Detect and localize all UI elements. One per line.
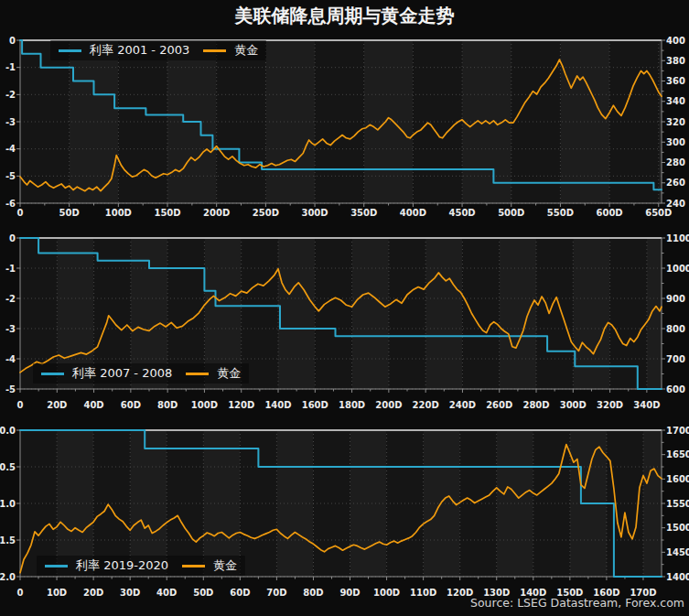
y-right-label: 380: [666, 56, 685, 66]
source-credit: Source: LSEG Datastream, Forex.com: [470, 596, 684, 610]
x-tick-label: 100D: [191, 400, 218, 410]
rate-line-swatch: [45, 565, 68, 567]
plot-band: [536, 238, 573, 389]
y-left-label: 0.0: [0, 426, 16, 436]
y-left-label: -1: [5, 264, 16, 274]
y-right-label: 900: [666, 294, 685, 304]
y-right-label: 280: [666, 157, 685, 168]
x-tick-label: 0: [17, 588, 24, 598]
x-tick-label: 100D: [373, 588, 400, 598]
y-right-label: 1000: [666, 264, 689, 274]
x-tick-label: 10D: [47, 588, 67, 598]
gold-line-swatch: [182, 565, 205, 567]
y-right-label: 400: [666, 36, 685, 46]
rate-line-swatch: [59, 49, 81, 52]
x-tick-label: 60D: [121, 400, 141, 410]
y-left-label: -4: [5, 144, 16, 154]
y-left-label: -5: [5, 384, 16, 394]
y-right-label: 1650: [666, 449, 689, 459]
legend-label: 黄金: [213, 557, 237, 574]
x-tick-label: 650D: [645, 208, 672, 218]
x-tick-label: 150D: [154, 208, 180, 218]
x-tick-label: 200D: [375, 400, 402, 410]
x-tick-label: 500D: [498, 208, 524, 218]
x-tick-label: 220D: [413, 400, 439, 410]
y-right-label: 1550: [666, 499, 689, 509]
plot-band: [364, 40, 414, 203]
x-tick-label: 260D: [486, 400, 512, 410]
x-tick-label: 450D: [448, 208, 475, 218]
y-left-label: -1.5: [0, 535, 16, 546]
x-tick-label: 550D: [547, 208, 574, 218]
fed-gold-charts-page: 美联储降息周期与黄金走势 050D100D150D200D250D300D350…: [0, 0, 689, 616]
chart-3-legend: 利率 2019-2020黄金: [37, 556, 245, 576]
rate-line-swatch: [41, 373, 64, 375]
y-left-label: 0: [9, 233, 16, 243]
plot-band: [462, 238, 499, 389]
x-tick-label: 30D: [120, 588, 140, 598]
legend-item: 黄金: [203, 42, 258, 59]
x-tick-label: 110D: [410, 588, 436, 598]
x-tick-label: 200D: [203, 208, 230, 218]
y-right-label: 1400: [666, 572, 689, 582]
x-tick-label: 350D: [350, 208, 377, 218]
legend-item: 黄金: [186, 365, 241, 382]
x-tick-label: 240D: [449, 400, 476, 410]
legend-item: 黄金: [182, 557, 237, 574]
plot-band: [278, 238, 315, 389]
x-tick-label: 280D: [522, 400, 549, 410]
x-tick-label: 20D: [83, 588, 103, 598]
chart-2-legend: 利率 2007 - 2008黄金: [33, 363, 249, 384]
x-tick-label: 340D: [633, 400, 660, 410]
y-right-label: 1100: [666, 233, 689, 243]
x-tick-label: 160D: [302, 400, 328, 410]
x-tick-label: 600D: [597, 208, 623, 218]
y-right-label: 600: [666, 384, 685, 394]
x-tick-label: 250D: [253, 208, 279, 218]
y-left-label: -0.5: [0, 462, 16, 472]
y-right-label: 1450: [666, 547, 689, 557]
y-right-label: 1700: [666, 426, 689, 436]
x-tick-label: 50D: [193, 588, 213, 598]
y-right-label: 260: [666, 178, 685, 188]
legend-label: 利率 2001 - 2003: [90, 42, 189, 59]
x-tick-label: 0: [17, 208, 24, 218]
y-left-label: -2: [5, 294, 16, 304]
legend-label: 利率 2019-2020: [76, 557, 168, 574]
y-right-label: 1600: [666, 474, 689, 484]
y-right-label: 360: [666, 76, 685, 86]
plot-band: [425, 238, 462, 389]
x-tick-label: 80D: [303, 588, 323, 598]
plot-band: [352, 238, 389, 389]
x-tick-label: 90D: [339, 588, 360, 598]
x-tick-label: 320D: [597, 400, 623, 410]
legend-item: 利率 2001 - 2003: [59, 42, 189, 59]
x-tick-label: 140D: [264, 400, 291, 410]
x-tick-label: 70D: [266, 588, 286, 598]
x-tick-label: 180D: [339, 400, 365, 410]
plot-band: [500, 238, 536, 389]
y-right-label: 340: [666, 96, 685, 106]
plot-band: [389, 238, 425, 389]
x-tick-label: 300D: [301, 208, 328, 218]
y-left-label: -1: [5, 62, 16, 72]
y-left-label: -2.0: [0, 572, 16, 582]
y-left-label: -4: [5, 354, 16, 364]
plot-band: [647, 238, 662, 389]
legend-label: 黄金: [234, 42, 258, 59]
x-tick-label: 60D: [230, 588, 250, 598]
y-left-label: -6: [5, 199, 16, 209]
y-left-label: -2: [5, 90, 16, 100]
x-tick-label: 80D: [157, 400, 178, 410]
y-left-label: -5: [5, 171, 16, 181]
x-tick-label: 300D: [560, 400, 587, 410]
plot-band: [118, 40, 167, 203]
legend-label: 黄金: [217, 365, 241, 382]
x-tick-label: 0: [17, 400, 24, 410]
x-tick-label: 120D: [228, 400, 254, 410]
y-right-label: 700: [666, 354, 685, 364]
x-tick-label: 50D: [59, 208, 80, 218]
x-tick-label: 120D: [447, 588, 473, 598]
plot-band: [315, 238, 351, 389]
x-tick-label: 100D: [105, 208, 132, 218]
